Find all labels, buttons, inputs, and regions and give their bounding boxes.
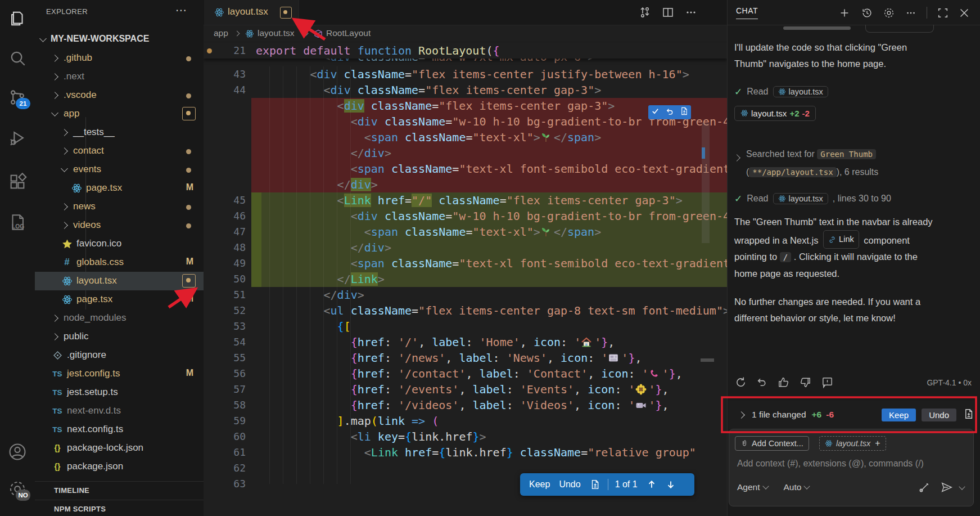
undo-button[interactable]: Undo: [559, 479, 580, 490]
maximize-panel-icon[interactable]: [937, 7, 949, 19]
tree-item-workspace-root[interactable]: MY-NEW-WORKSPACE: [35, 30, 204, 49]
tree-item-next-env.d.ts[interactable]: TSnext-env.d.ts: [35, 402, 204, 420]
settings-gear-icon[interactable]: NO: [8, 479, 27, 499]
thumbs-down-icon[interactable]: [799, 376, 812, 391]
code-line-53[interactable]: 53{[: [204, 318, 727, 334]
tab-layout-tsx[interactable]: layout.tsx: [204, 0, 299, 25]
tool-call-search[interactable]: Searched text for Green Thumb (**/app/la…: [734, 145, 976, 181]
tree-item-node-modules[interactable]: node_modules: [35, 309, 204, 327]
search-icon[interactable]: [8, 48, 27, 68]
previous-change-icon[interactable]: [647, 479, 657, 490]
code-line-deleted[interactable]: <span className="text-xl font-semibold e…: [204, 161, 727, 177]
chat-input-box[interactable]: Add Context... layout.tsx + Add context …: [729, 429, 974, 506]
open-changes-icon[interactable]: [638, 6, 652, 21]
tree-item-page.tsx[interactable]: page.tsxM: [35, 179, 204, 198]
code-line-54[interactable]: 54{href: '/', label: 'Home', icon: ''},: [204, 334, 727, 350]
code-line-46[interactable]: 46<div className="w-10 h-10 bg-gradient-…: [204, 208, 727, 224]
editor-scrollbar[interactable]: [702, 123, 710, 243]
chevron-right-icon[interactable]: [738, 411, 745, 419]
source-control-icon[interactable]: 21: [8, 88, 27, 107]
run-debug-icon[interactable]: [8, 128, 27, 147]
keep-button[interactable]: Keep: [529, 479, 550, 490]
add-context-button[interactable]: Add Context...: [735, 436, 809, 451]
file-pill[interactable]: layout.tsx: [773, 193, 828, 204]
explorer-icon[interactable]: [8, 9, 27, 28]
tree-item-layout.tsx[interactable]: layout.tsx: [35, 272, 204, 290]
changed-file-pill[interactable]: layout.tsx +2 -2: [734, 106, 816, 121]
tree-item-jest.setup.ts[interactable]: TSjest.setup.ts: [35, 383, 204, 402]
code-line-49[interactable]: 49<span className="text-xl font-semibold…: [204, 255, 727, 271]
history-icon[interactable]: [861, 7, 873, 19]
link-component-pill[interactable]: Link: [823, 230, 859, 249]
accept-change-icon[interactable]: [651, 107, 660, 118]
pending-change-indicator-icon[interactable]: [182, 107, 196, 120]
log-output-icon[interactable]: LOG: [8, 213, 27, 232]
add-file-icon[interactable]: +: [875, 438, 880, 448]
view-diff-icon[interactable]: [956, 409, 974, 421]
code-line-59[interactable]: 59].map(link => (: [204, 413, 727, 429]
discard-change-icon[interactable]: [665, 107, 674, 118]
chat-input-placeholder[interactable]: Add context (#), extensions (@), command…: [737, 459, 924, 469]
tree-item-package.json[interactable]: {}package.json: [35, 457, 204, 476]
tree-item-favicon.ico[interactable]: favicon.ico: [35, 235, 204, 253]
code-line-deleted[interactable]: </div>: [204, 145, 727, 161]
split-editor-icon[interactable]: [661, 6, 675, 21]
code-line-55[interactable]: 55{href: '/news', label: 'News', icon: '…: [204, 350, 727, 366]
code-line-58[interactable]: 58{href: '/videos', label: 'Videos', ico…: [204, 397, 727, 413]
model-label[interactable]: GPT-4.1 • 0x: [927, 378, 972, 387]
tree-item-globals.css[interactable]: #globals.cssM: [35, 253, 204, 272]
code-line-52[interactable]: 52<ul className="flex items-center gap-8…: [204, 303, 727, 318]
breadcrumb-symbol[interactable]: RootLayout: [326, 28, 371, 38]
tree-item-public[interactable]: public: [35, 327, 204, 346]
chat-more-icon[interactable]: [905, 7, 917, 19]
send-icon[interactable]: [941, 481, 953, 496]
tree-item-app[interactable]: app: [35, 105, 204, 123]
pending-change-indicator-icon[interactable]: [182, 274, 196, 288]
extensions-icon[interactable]: [8, 172, 27, 191]
undo-response-icon[interactable]: [755, 376, 768, 391]
breadcrumb-file[interactable]: layout.tsx: [258, 28, 294, 38]
explorer-more-icon[interactable]: ⋯: [175, 3, 188, 17]
code-line-45[interactable]: 45<Link href="/" className="flex items-c…: [204, 192, 727, 208]
send-options-chevron-icon[interactable]: [959, 483, 965, 490]
code-line-44[interactable]: 44<div className="flex items-center gap-…: [204, 82, 727, 98]
sticky-scroll-line[interactable]: 21 export default function RootLayout({: [204, 43, 727, 59]
code-line-48[interactable]: 48</div>: [204, 240, 727, 255]
keep-all-button[interactable]: Keep: [882, 409, 916, 421]
tree-item-.vscode[interactable]: .vscode: [35, 86, 204, 105]
code-line-50[interactable]: 50</Link>: [204, 271, 727, 287]
panel-npm-scripts[interactable]: NPM SCRIPTS: [35, 500, 204, 516]
agent-dropdown[interactable]: Agent: [737, 482, 760, 492]
breadcrumb-app[interactable]: app: [214, 28, 228, 38]
code-line-60[interactable]: 60<li key={link.href}>: [204, 429, 727, 445]
undo-all-button[interactable]: Undo: [922, 409, 956, 421]
code-line-51[interactable]: 51</div>: [204, 287, 727, 303]
tree-item-videos[interactable]: videos: [35, 216, 204, 235]
new-chat-icon[interactable]: [838, 7, 851, 19]
tree-item-jest.config.ts[interactable]: TSjest.config.tsM: [35, 365, 204, 383]
attached-file-pill[interactable]: layout.tsx +: [819, 436, 886, 451]
chat-settings-gear-icon[interactable]: [883, 7, 895, 19]
tree-item---tests--[interactable]: __tests__: [35, 123, 204, 142]
code-line-47[interactable]: 47<span className="text-xl"></span>: [204, 224, 727, 240]
code-line-57[interactable]: 57{href: '/events', label: 'Events', ico…: [204, 382, 727, 397]
tree-item-page.tsx[interactable]: page.tsxM: [35, 290, 204, 309]
tree-item-.next[interactable]: .next: [35, 68, 204, 86]
tree-item-package-lock.json[interactable]: {}package-lock.json: [35, 439, 204, 457]
diff-file-icon[interactable]: [680, 107, 688, 118]
next-change-icon[interactable]: [666, 479, 676, 490]
thumbs-up-icon[interactable]: [777, 376, 790, 391]
pending-change-indicator-icon[interactable]: [280, 7, 292, 19]
file-pill[interactable]: layout.tsx: [773, 86, 828, 97]
tree-item-events[interactable]: events: [35, 160, 204, 179]
rerun-icon[interactable]: [734, 376, 747, 391]
tree-item-.github[interactable]: .github: [35, 49, 204, 68]
report-issue-icon[interactable]: [821, 376, 834, 391]
model-dropdown[interactable]: Auto: [784, 482, 802, 492]
panel-timeline[interactable]: TIMELINE: [35, 481, 204, 500]
chat-tab[interactable]: CHAT: [736, 6, 758, 19]
tree-item-next.config.ts[interactable]: TSnext.config.ts: [35, 420, 204, 439]
diff-file-icon[interactable]: [590, 479, 600, 490]
tree-item-news[interactable]: news: [35, 198, 204, 216]
code-line-61[interactable]: 61<Link href={link.href} className="rela…: [204, 445, 727, 460]
